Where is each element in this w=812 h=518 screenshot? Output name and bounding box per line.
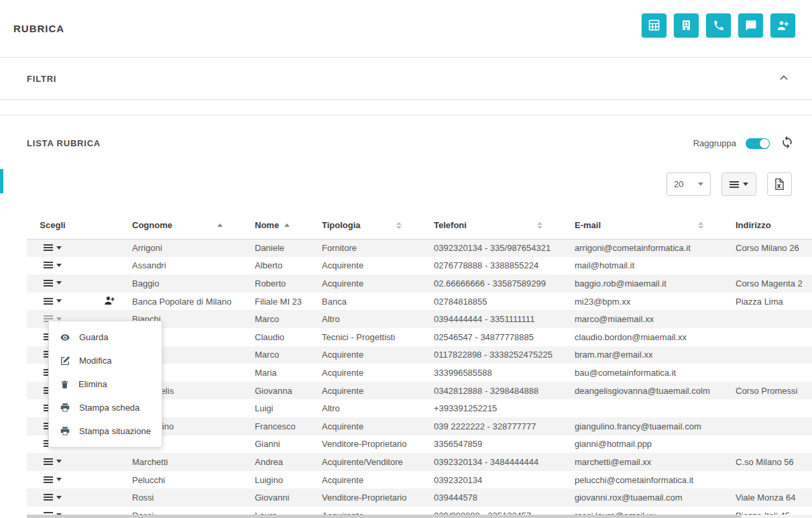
chat-icon: [745, 19, 757, 32]
add-contact-button[interactable]: [770, 13, 795, 38]
row-context-menu: Guarda Modifica Elimina Stampa scheda St…: [48, 321, 162, 448]
table-button[interactable]: [642, 13, 666, 38]
cell-nome: Giovanni: [247, 488, 314, 507]
refresh-button[interactable]: [779, 134, 795, 152]
hamburger-icon: [730, 181, 739, 188]
hamburger-icon: [44, 280, 53, 287]
list-panel: LISTA RUBRICA Raggruppa 20: [0, 115, 812, 518]
caret-down-icon: [698, 183, 703, 186]
cell-nome: Gianni: [247, 435, 314, 454]
col-header-flag: [78, 212, 124, 239]
page-size-value: 20: [674, 179, 683, 189]
row-actions-button[interactable]: [42, 457, 63, 466]
header-actions: [642, 13, 795, 38]
row-actions-button[interactable]: [42, 475, 63, 484]
cell-cognome: Banca Popolare di Milano: [124, 293, 247, 311]
row-actions-button[interactable]: [42, 278, 63, 288]
cell-nome: Marco: [247, 310, 314, 328]
refresh-icon: [780, 136, 794, 149]
cell-email: gianni@hotmail.ppp: [567, 435, 728, 454]
table-row: Arrigoni Daniele Fornitore 0392320134 - …: [27, 239, 812, 257]
cell-cognome: Assandri: [124, 257, 247, 275]
cell-telefoni: 0394444444 - 3351111111: [426, 310, 567, 328]
export-excel-button[interactable]: [767, 172, 792, 196]
cell-indirizzo: [728, 471, 812, 489]
cell-nome: Maria: [247, 364, 314, 382]
col-header-tipologia[interactable]: Tipologia: [314, 212, 426, 239]
row-actions-button[interactable]: [42, 297, 63, 306]
col-header-cognome[interactable]: Cognome: [124, 212, 247, 239]
menu-item-label: Elimina: [78, 379, 107, 389]
cell-telefoni: 0276778888 - 3388855224: [426, 257, 567, 275]
scrollbar-thumb[interactable]: [27, 515, 742, 518]
cell-telefoni: 0392320134 - 3484444444: [426, 453, 567, 471]
menu-item-stampa-situazione[interactable]: Stampa situazione: [49, 419, 162, 443]
caret-down-icon: [56, 264, 62, 267]
cell-email: baggio.rob@miaemail.it: [567, 274, 728, 293]
cell-nome: Luigi: [247, 399, 314, 417]
horizontal-scrollbar[interactable]: [27, 515, 812, 518]
cell-email: giangulino.francy@tuaemail.com: [567, 417, 728, 435]
filters-title: FILTRI: [27, 74, 56, 84]
sort-icon: [537, 222, 542, 229]
top-header: RUBRICA: [0, 0, 812, 57]
cell-email: arrigoni@cometainformatica.it: [567, 239, 728, 257]
hamburger-icon: [44, 494, 53, 501]
table-row: Rossi Giovanni Venditore-Proprietario 03…: [27, 488, 812, 507]
print-icon: [60, 403, 70, 413]
cell-telefoni: 0392320134 - 335/987654321: [426, 239, 567, 257]
cell-cognome: Baggio: [124, 274, 247, 293]
row-actions-button[interactable]: [42, 243, 63, 252]
cell-cognome: Pelucchi: [124, 471, 247, 489]
cell-tipologia: Venditore-Proprietario: [314, 488, 426, 507]
menu-item-elimina[interactable]: Elimina: [49, 372, 162, 396]
cell-email: bau@cometainformatica.it: [567, 364, 728, 382]
caret-down-icon: [56, 496, 62, 499]
cell-telefoni: 0117822898 - 3338252475225: [426, 346, 567, 364]
building-button[interactable]: [674, 13, 699, 38]
cell-indirizzo: [728, 417, 812, 435]
cell-cognome: Marchetti: [124, 453, 247, 471]
chat-button[interactable]: [738, 13, 763, 38]
menu-item-guarda[interactable]: Guarda: [49, 325, 162, 349]
cell-indirizzo: [728, 257, 812, 275]
cell-email: bram.mar@email.xx: [567, 346, 728, 364]
list-title: LISTA RUBRICA: [27, 138, 101, 148]
page-size-select[interactable]: 20: [666, 172, 711, 196]
col-header-nome[interactable]: Nome: [247, 212, 314, 239]
menu-item-stampa-scheda[interactable]: Stampa scheda: [49, 396, 162, 419]
caret-down-icon: [56, 478, 62, 481]
cell-tipologia: Acquirente: [314, 346, 426, 364]
col-header-scegli[interactable]: Scegli: [27, 212, 78, 239]
row-actions-button[interactable]: [42, 260, 63, 270]
columns-menu-button[interactable]: [721, 172, 756, 196]
caret-down-icon: [56, 460, 62, 463]
cell-tipologia: Acquirente: [314, 364, 426, 382]
building-icon: [680, 19, 693, 32]
cell-nome: Alberto: [247, 257, 314, 275]
cell-indirizzo: Corso Milano 26: [728, 239, 812, 257]
phone-button[interactable]: [706, 13, 731, 38]
cell-tipologia: Acquirente/Venditore: [314, 453, 426, 471]
cell-telefoni: 02.66666666 - 33587589299: [426, 274, 567, 293]
filters-collapse-button[interactable]: [776, 70, 792, 88]
table-header-row: Scegli Cognome Nome Tipologia Telefoni E…: [27, 212, 812, 239]
table-row: Marchetti Andrea Acquirente/Venditore 03…: [27, 453, 812, 471]
phone-icon: [713, 19, 725, 32]
col-header-indirizzo[interactable]: Indirizzo: [728, 212, 812, 239]
group-toggle[interactable]: [746, 138, 770, 149]
cell-nome: Francesco: [247, 417, 314, 435]
hamburger-icon: [44, 244, 53, 251]
person-add-icon: [104, 295, 115, 306]
hamburger-icon: [44, 458, 53, 465]
row-actions-button[interactable]: [42, 493, 63, 502]
col-header-telefoni[interactable]: Telefoni: [426, 212, 567, 239]
cell-tipologia: Fornitore: [314, 239, 426, 257]
cell-email: mail@hotmail.it: [567, 257, 728, 275]
excel-icon: [773, 178, 786, 191]
menu-item-modifica[interactable]: Modifica: [49, 349, 162, 372]
col-header-email[interactable]: E-mail: [567, 212, 728, 239]
menu-item-label: Guarda: [79, 332, 108, 342]
cell-nome: Marco: [247, 346, 314, 364]
table-row: Banca Popolare di Milano Filiale MI 23 B…: [27, 293, 812, 311]
